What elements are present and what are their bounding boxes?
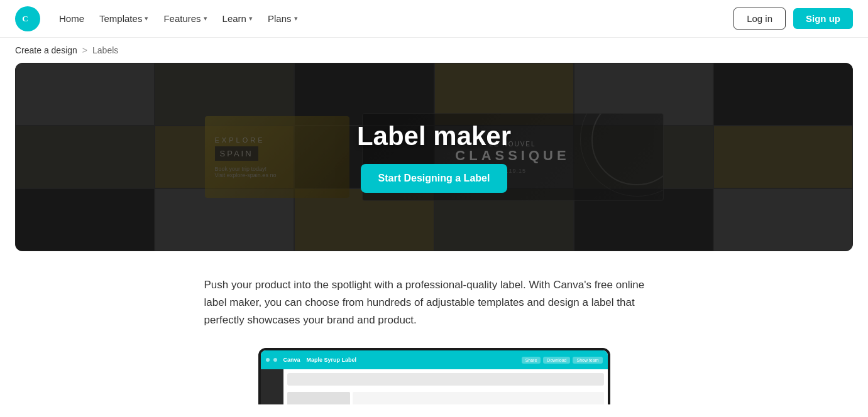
breadcrumb-current: Labels bbox=[92, 45, 118, 55]
templates-chevron-icon: ▾ bbox=[145, 14, 148, 23]
nav-links: Home Templates ▾ Features ▾ Learn ▾ Plan… bbox=[53, 8, 733, 29]
features-chevron-icon: ▾ bbox=[204, 14, 207, 23]
description-section: Push your product into the spotlight wit… bbox=[189, 276, 679, 329]
signup-button[interactable]: Sign up bbox=[793, 8, 853, 29]
plans-chevron-icon: ▾ bbox=[294, 14, 298, 23]
device-sidebar bbox=[261, 369, 283, 404]
device-frame: Canva Maple Syrup Label Share Download S… bbox=[258, 348, 610, 404]
description-text: Push your product into the spotlight wit… bbox=[204, 276, 664, 329]
hero-title: Label maker bbox=[357, 121, 511, 151]
hero-content: Label maker Start Designing a Label bbox=[15, 63, 853, 251]
svg-text:C: C bbox=[22, 14, 28, 23]
nav-actions: Log in Sign up bbox=[733, 8, 853, 30]
device-panels bbox=[283, 389, 608, 404]
nav-home[interactable]: Home bbox=[53, 8, 91, 29]
nav-plans[interactable]: Plans ▾ bbox=[261, 8, 304, 29]
device-share-btn[interactable]: Share bbox=[522, 357, 541, 364]
device-panel-right bbox=[353, 392, 604, 404]
device-search-bar bbox=[287, 373, 604, 386]
device-panel-left bbox=[287, 392, 350, 404]
device-screen: Canva Maple Syrup Label Share Download S… bbox=[261, 350, 608, 404]
hero-section: EXPLORE SPAIN Book your trip today! Visi… bbox=[15, 63, 853, 251]
breadcrumb-parent-link[interactable]: Create a design bbox=[15, 45, 77, 55]
nav-learn[interactable]: Learn ▾ bbox=[216, 8, 259, 29]
breadcrumb-separator: > bbox=[82, 45, 87, 55]
canva-logo[interactable]: C bbox=[15, 6, 40, 31]
device-download-btn[interactable]: Download bbox=[543, 357, 570, 364]
device-dot-2 bbox=[273, 358, 277, 362]
start-designing-button[interactable]: Start Designing a Label bbox=[361, 164, 508, 193]
learn-chevron-icon: ▾ bbox=[249, 14, 253, 23]
nav-templates[interactable]: Templates ▾ bbox=[93, 8, 155, 29]
breadcrumb: Create a design > Labels bbox=[0, 38, 868, 63]
device-canva-label: Canva bbox=[283, 357, 300, 363]
navbar: C Home Templates ▾ Features ▾ Learn ▾ Pl… bbox=[0, 0, 868, 38]
device-preview-section: Canva Maple Syrup Label Share Download S… bbox=[0, 348, 868, 404]
device-content bbox=[261, 369, 608, 404]
device-show-team-btn[interactable]: Show team bbox=[573, 357, 602, 364]
device-title: Maple Syrup Label bbox=[307, 357, 357, 363]
login-button[interactable]: Log in bbox=[733, 8, 786, 30]
device-main bbox=[283, 369, 608, 404]
device-dot-1 bbox=[266, 358, 270, 362]
device-top-bar: Canva Maple Syrup Label Share Download S… bbox=[261, 350, 608, 369]
device-top-actions: Share Download Show team bbox=[522, 357, 603, 364]
nav-features[interactable]: Features ▾ bbox=[157, 8, 213, 29]
